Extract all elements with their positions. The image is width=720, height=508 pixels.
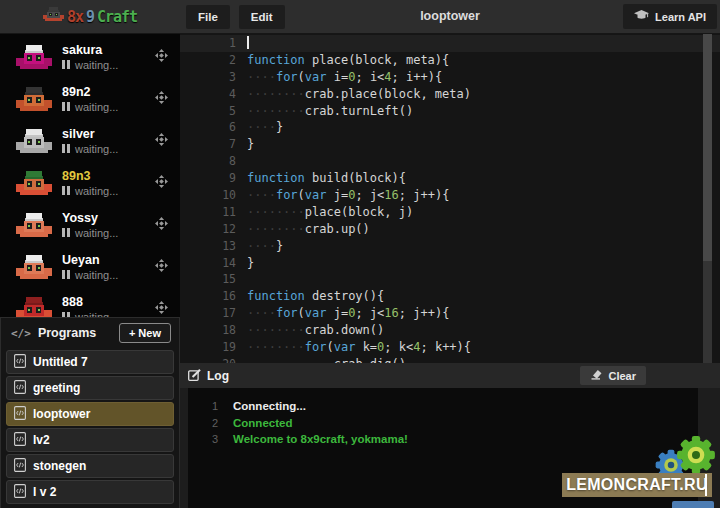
line-number: 19 xyxy=(180,339,247,356)
log-entry-number: 1 xyxy=(188,398,218,415)
logo-text-8x: 8x xyxy=(67,8,83,26)
code-text: ········place(block, j) xyxy=(247,204,413,221)
program-item[interactable]: Untitled 7 xyxy=(6,350,174,374)
code-line: 12········crab.up() xyxy=(180,221,720,238)
player-row[interactable]: Yossywaiting... xyxy=(0,204,180,246)
editor-scrollbar[interactable] xyxy=(703,33,712,363)
pause-icon xyxy=(62,101,70,113)
program-item[interactable]: lv2 xyxy=(6,428,174,452)
player-name: 89n2 xyxy=(62,85,155,99)
log-entry: 1Connecting... xyxy=(188,398,698,415)
program-item-label: Untitled 7 xyxy=(33,355,88,369)
code-text: ········crab.up() xyxy=(247,221,370,238)
top-bar: 8x 9 Craft FileEdit looptower Learn API xyxy=(0,0,720,34)
pause-icon xyxy=(62,269,70,281)
code-line: 19········for(var k=0; k<4; k++){ xyxy=(180,339,720,356)
log-panel: Log Clear 1Connecting...2Connected3Welco… xyxy=(180,363,720,508)
player-info: 89n2waiting... xyxy=(62,85,155,113)
player-name: silver xyxy=(62,127,155,141)
crab-logo-icon xyxy=(43,7,64,26)
line-number: 5 xyxy=(180,103,247,120)
code-text: } xyxy=(247,255,254,272)
sidebar: sakurawaiting... 89n2waiting... silverwa… xyxy=(0,33,180,508)
log-entry-text: Connecting... xyxy=(233,398,306,415)
code-text: function destroy(){ xyxy=(247,288,384,305)
move-icon[interactable] xyxy=(155,300,168,318)
programs-title: Programs xyxy=(38,326,119,340)
editor-scrollbar-thumb[interactable] xyxy=(703,33,712,261)
player-status-text: waiting... xyxy=(75,185,118,197)
player-name: Yossy xyxy=(62,211,155,225)
move-icon[interactable] xyxy=(155,90,168,108)
player-status: waiting... xyxy=(62,185,155,197)
clear-log-label: Clear xyxy=(608,370,636,382)
new-program-button[interactable]: + New xyxy=(119,323,171,343)
line-number: 16 xyxy=(180,288,247,305)
program-item-label: greeting xyxy=(33,381,80,395)
code-editor[interactable]: 12function place(block, meta){3····for(v… xyxy=(180,33,720,363)
code-text: function build(block){ xyxy=(247,170,406,187)
code-text: ········crab.down() xyxy=(247,322,384,339)
player-row[interactable]: Ueyanwaiting... xyxy=(0,246,180,288)
log-title: Log xyxy=(207,369,229,383)
player-row[interactable]: 89n3waiting... xyxy=(0,162,180,204)
logo-text-9: 9 xyxy=(86,8,94,26)
move-icon[interactable] xyxy=(155,48,168,66)
code-line: 1 xyxy=(180,35,720,52)
code-icon: </> xyxy=(11,327,31,340)
player-row[interactable]: sakurawaiting... xyxy=(0,36,180,78)
player-row[interactable]: silverwaiting... xyxy=(0,120,180,162)
log-entry-number: 3 xyxy=(188,431,218,448)
code-line: 8 xyxy=(180,153,720,170)
move-icon[interactable] xyxy=(155,258,168,276)
program-item[interactable]: greeting xyxy=(6,376,174,400)
code-line: 2function place(block, meta){ xyxy=(180,52,720,69)
player-status: waiting... xyxy=(62,143,155,155)
line-number: 12 xyxy=(180,221,247,238)
code-line: 15 xyxy=(180,271,720,288)
line-number: 6 xyxy=(180,119,247,136)
player-row[interactable]: 89n2waiting... xyxy=(0,78,180,120)
program-list: Untitled 7greetinglooptowerlv2stonegenl … xyxy=(1,350,179,504)
move-icon[interactable] xyxy=(155,174,168,192)
line-number: 2 xyxy=(180,52,247,69)
code-line: 20············crab.dig() xyxy=(180,356,720,363)
program-item[interactable]: looptower xyxy=(6,402,174,426)
clear-log-button[interactable]: Clear xyxy=(580,366,646,385)
code-text: function place(block, meta){ xyxy=(247,52,449,69)
code-line: 9function build(block){ xyxy=(180,170,720,187)
player-row[interactable]: 888waiting... xyxy=(0,288,180,320)
player-info: Yossywaiting... xyxy=(62,211,155,239)
program-item-label: lv2 xyxy=(33,433,50,447)
move-icon[interactable] xyxy=(155,132,168,150)
line-number: 1 xyxy=(180,35,247,52)
app-logo: 8x 9 Craft xyxy=(0,0,180,33)
program-item[interactable]: stonegen xyxy=(6,454,174,478)
logo-text-craft: Craft xyxy=(97,8,137,26)
code-line: 13····} xyxy=(180,238,720,255)
program-item-label: l v 2 xyxy=(33,485,56,499)
player-info: sakurawaiting... xyxy=(62,43,155,71)
player-status-text: waiting... xyxy=(75,269,118,281)
program-file-icon xyxy=(14,354,26,371)
player-list: sakurawaiting... 89n2waiting... silverwa… xyxy=(0,33,180,320)
program-item[interactable]: l v 2 xyxy=(6,480,174,504)
code-text: ····for(var j=0; j<16; j++){ xyxy=(247,305,449,322)
code-line: 10····for(var j=0; j<16; j++){ xyxy=(180,187,720,204)
program-file-icon xyxy=(14,380,26,397)
programs-panel: </> Programs + New Untitled 7greetingloo… xyxy=(0,317,180,508)
learn-api-label: Learn API xyxy=(655,11,706,23)
player-name: sakura xyxy=(62,43,155,57)
crab-avatar xyxy=(16,45,52,70)
code-line: 17····for(var j=0; j<16; j++){ xyxy=(180,305,720,322)
move-icon[interactable] xyxy=(155,216,168,234)
log-entry-text: Connected xyxy=(233,415,292,432)
learn-api-button[interactable]: Learn API xyxy=(623,4,717,29)
player-info: Ueyanwaiting... xyxy=(62,253,155,281)
graduation-cap-icon xyxy=(634,10,649,23)
code-line: 4········crab.place(block, meta) xyxy=(180,86,720,103)
log-entry: 2Connected xyxy=(188,415,698,432)
code-line: 14} xyxy=(180,255,720,272)
edit-icon xyxy=(188,367,201,385)
program-item-label: looptower xyxy=(33,407,90,421)
